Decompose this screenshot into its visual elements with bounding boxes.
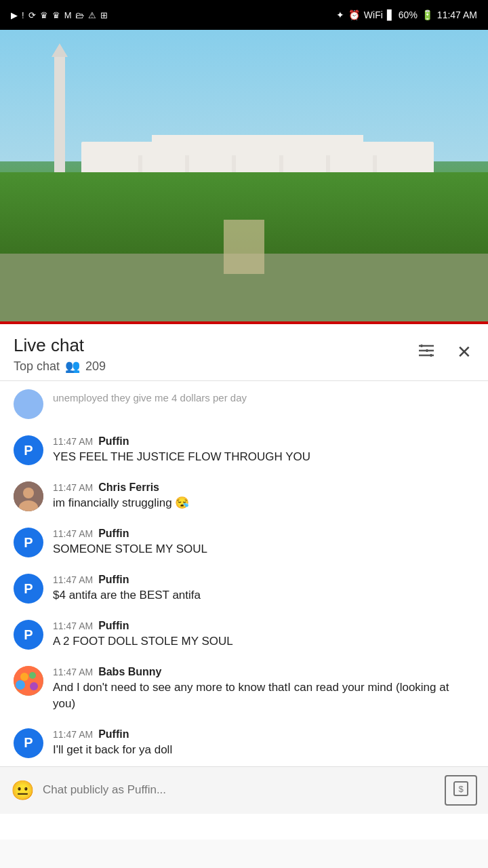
crown-icon2: ♛ — [52, 10, 60, 20]
warning-icon: ⚠ — [88, 10, 96, 20]
svg-point-10 — [20, 673, 28, 681]
list-item: P 11:47 AM Puffin YES FEEL THE JUSTICE F… — [0, 427, 488, 473]
livechat-title: Live chat — [14, 335, 106, 356]
svg-point-12 — [16, 680, 25, 690]
chat-meta: 11:47 AM Chris Ferris — [53, 481, 474, 494]
chat-time: 11:47 AM — [53, 528, 93, 539]
list-item: P 11:47 AM Puffin $4 antifa are the BEST… — [0, 566, 488, 612]
chat-content: unemployed they give me 4 dollars per da… — [53, 389, 474, 405]
chat-list: unemployed they give me 4 dollars per da… — [0, 381, 488, 766]
chat-username: Puffin — [98, 435, 129, 448]
viewer-count: 209 — [85, 359, 106, 374]
avatar — [14, 666, 43, 696]
video-thumbnail[interactable] — [0, 30, 488, 321]
chat-time: 11:47 AM — [53, 729, 93, 740]
list-item: P 11:47 AM Puffin I'll get it back for y… — [0, 720, 488, 766]
chat-username: Puffin — [98, 728, 129, 741]
wifi-icon: WiFi — [364, 9, 383, 20]
svg-point-7 — [23, 488, 34, 498]
chat-message: And I don't need to see any more to know… — [53, 679, 474, 712]
avatar: P — [14, 728, 43, 758]
chat-username: Babs Bunny — [98, 666, 161, 678]
emoji-button[interactable]: 😐 — [11, 779, 35, 802]
chat-time: 11:47 AM — [53, 574, 93, 585]
avatar: P — [14, 574, 43, 604]
status-bar: ▶ ! ⟳ ♛ ♛ M 🗁 ⚠ ⊞ ✦ ⏰ WiFi ▋ 60% 🔋 11:47… — [0, 0, 488, 30]
livechat-title-section: Live chat Top chat 👥 209 — [14, 335, 106, 374]
livechat-header: Live chat Top chat 👥 209 ✕ — [0, 324, 488, 374]
livechat-header-icons: ✕ — [415, 339, 474, 366]
chat-type-label: Top chat — [14, 359, 60, 374]
alarm-icon: ⏰ — [348, 9, 360, 20]
folder-icon: 🗁 — [75, 10, 84, 20]
chat-username: Puffin — [98, 620, 129, 632]
bluetooth-icon: ✦ — [336, 9, 344, 20]
svg-point-13 — [30, 682, 38, 690]
chat-message: I'll get it back for ya doll — [53, 742, 474, 758]
send-button[interactable]: $ — [445, 775, 477, 806]
sync-icon: ⟳ — [28, 10, 36, 20]
chat-meta: 11:47 AM Puffin — [53, 435, 474, 448]
chat-content: 11:47 AM Babs Bunny And I don't need to … — [53, 666, 474, 712]
chat-content: 11:47 AM Puffin I'll get it back for ya … — [53, 728, 474, 758]
chat-meta: 11:47 AM Babs Bunny — [53, 666, 474, 678]
filter-button[interactable] — [415, 340, 438, 365]
list-item: P 11:47 AM Puffin A 2 FOOT DOLL STOLE MY… — [0, 612, 488, 658]
image-icon: ⊞ — [100, 10, 108, 20]
chat-input-bar: 😐 $ — [0, 766, 488, 814]
emoji: 😪 — [175, 496, 189, 509]
livechat-subtitle[interactable]: Top chat 👥 209 — [14, 359, 106, 374]
chat-time: 11:47 AM — [53, 667, 93, 677]
chat-message: im financially struggling 😪 — [53, 495, 474, 511]
chat-time: 11:47 AM — [53, 436, 93, 447]
clock: 11:47 AM — [437, 9, 477, 20]
chat-content: 11:47 AM Puffin SOMEONE STOLE MY SOUL — [53, 528, 474, 557]
chat-content: 11:47 AM Puffin YES FEEL THE JUSTICE FLO… — [53, 435, 474, 465]
emoji-icon: 😐 — [11, 780, 35, 801]
signal-icon: ▋ — [387, 9, 394, 20]
avatar: P — [14, 620, 43, 650]
chat-message: A 2 FOOT DOLL STOLE MY SOUL — [53, 633, 474, 650]
avatar: P — [14, 528, 43, 557]
list-item: 11:47 AM Babs Bunny And I don't need to … — [0, 658, 488, 720]
status-icons-left: ▶ ! ⟳ ♛ ♛ M 🗁 ⚠ ⊞ — [11, 10, 108, 20]
list-item: 11:47 AM Chris Ferris im financially str… — [0, 473, 488, 519]
chat-meta: 11:47 AM Puffin — [53, 528, 474, 540]
chat-time: 11:47 AM — [53, 620, 93, 631]
svg-text:$: $ — [458, 784, 464, 794]
chat-input[interactable] — [43, 783, 436, 797]
chat-message: unemployed they give me 4 dollars per da… — [53, 391, 474, 405]
svg-point-11 — [29, 672, 36, 679]
m-icon: M — [64, 10, 72, 20]
avatar — [14, 481, 43, 511]
status-icons-right: ✦ ⏰ WiFi ▋ 60% 🔋 11:47 AM — [336, 9, 477, 20]
list-item: unemployed they give me 4 dollars per da… — [0, 381, 488, 427]
avatar: P — [14, 435, 43, 465]
chat-content: 11:47 AM Puffin A 2 FOOT DOLL STOLE MY S… — [53, 620, 474, 650]
chat-content: 11:47 AM Puffin $4 antifa are the BEST a… — [53, 574, 474, 604]
chat-meta: 11:47 AM Puffin — [53, 574, 474, 586]
battery-icon: 🔋 — [422, 9, 433, 20]
chat-content: 11:47 AM Chris Ferris im financially str… — [53, 481, 474, 511]
close-button[interactable]: ✕ — [454, 339, 474, 366]
notification-icon: ! — [22, 10, 24, 20]
chat-message: $4 antifa are the BEST antifa — [53, 587, 474, 604]
avatar — [14, 389, 43, 419]
crown-icon1: ♛ — [40, 10, 48, 20]
chat-username: Puffin — [98, 528, 129, 540]
people-icon: 👥 — [65, 359, 80, 374]
chat-time: 11:47 AM — [53, 482, 93, 493]
list-item: P 11:47 AM Puffin SOMEONE STOLE MY SOUL — [0, 519, 488, 566]
chat-username: Puffin — [98, 574, 129, 586]
battery-text: 60% — [399, 9, 418, 20]
livechat-panel: Live chat Top chat 👥 209 ✕ — [0, 324, 488, 840]
chat-meta: 11:47 AM Puffin — [53, 620, 474, 632]
chat-username: Chris Ferris — [98, 481, 159, 494]
youtube-icon: ▶ — [11, 10, 18, 20]
chat-message: SOMEONE STOLE MY SOUL — [53, 541, 474, 557]
chat-message: YES FEEL THE JUSTICE FLOW THROUGH YOU — [53, 449, 474, 465]
chat-meta: 11:47 AM Puffin — [53, 728, 474, 741]
